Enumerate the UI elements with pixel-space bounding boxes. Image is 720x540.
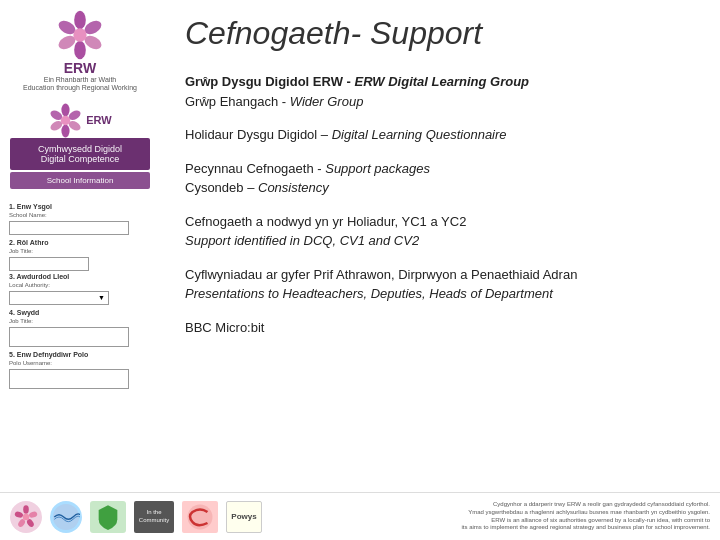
footer-text: Cydgynhor a ddarperir trwy ERW a reolir … xyxy=(270,501,710,532)
svg-point-10 xyxy=(62,124,70,137)
footer: In theCommunity Powys Cydgynhor a ddarpe… xyxy=(0,492,720,540)
form-field-3-sublabel: Local Authority: xyxy=(9,282,151,288)
footer-logo-2-icon xyxy=(52,503,80,531)
content-line-6-1: BBC Micro:bit xyxy=(185,318,695,338)
footer-logo-2 xyxy=(50,501,82,533)
footer-logo-1 xyxy=(10,501,42,533)
content-block-2: Holidaur Dysgu Digidol – Digital Learnin… xyxy=(185,125,695,145)
svg-point-13 xyxy=(61,116,70,125)
svg-point-0 xyxy=(74,11,86,29)
footer-logo-1-icon xyxy=(12,503,40,531)
svg-point-19 xyxy=(23,513,30,520)
content-block-5: Cyflwyniadau ar gyfer Prif Athrawon, Dir… xyxy=(185,265,695,304)
form-field-5-sublabel: Polo Username: xyxy=(9,360,151,366)
form-field-1-sublabel: School Name: xyxy=(9,212,151,218)
content-line-3-1: Pecynnau Cefnogaeth - Support packages xyxy=(185,159,695,179)
form-field-4-label: 4. Swydd xyxy=(9,309,151,316)
form-field-3: 3. Awdurdod Lleol Local Authority: ▼ xyxy=(9,273,151,305)
page-title-italic: Support xyxy=(370,15,482,51)
footer-logo-5 xyxy=(182,501,218,533)
form-field-2-label: 2. Rôl Athro xyxy=(9,239,151,246)
content-block-6: BBC Micro:bit xyxy=(185,318,695,338)
erw-flower-small-icon xyxy=(48,103,83,138)
form-field-1-label: 1. Enw Ysgol xyxy=(9,203,151,210)
sidebar: ERW Ein Rhanbarth ar Waith Education thr… xyxy=(0,0,160,540)
content-line-4-2: Support identified in DCQ, CV1 and CV2 xyxy=(185,231,695,251)
job-title-2-input[interactable] xyxy=(9,327,129,347)
erw-logo-small: ERW xyxy=(48,103,111,138)
svg-point-18 xyxy=(14,510,24,518)
svg-point-6 xyxy=(73,28,86,41)
svg-point-15 xyxy=(28,510,38,518)
content-line-5-1: Cyflwyniadau ar gyfer Prif Athrawon, Dir… xyxy=(185,265,695,285)
form-field-4: 4. Swydd Job Title: xyxy=(9,309,151,347)
footer-text-line3: ERW is an alliance of six authorities go… xyxy=(270,517,710,525)
menu-item-school-info[interactable]: School Information xyxy=(10,172,150,189)
content-line-3-2: Cysondeb – Consistency xyxy=(185,178,695,198)
content-block-1: Grŵp Dysgu Digidol ERW - ERW Digital Lea… xyxy=(185,72,695,111)
form-field-5: 5. Enw Defnyddiwr Polo Polo Username: xyxy=(9,351,151,389)
menu-item-digital-competence[interactable]: Cymhwysedd Digidol Digital Competence xyxy=(10,138,150,170)
local-authority-select[interactable]: ▼ xyxy=(9,291,109,305)
job-title-input[interactable] xyxy=(9,257,89,271)
content-line-1-1: Grŵp Dysgu Digidol ERW - ERW Digital Lea… xyxy=(185,72,695,92)
footer-logo-4: In theCommunity xyxy=(134,501,174,533)
erw-text-small: ERW xyxy=(86,114,111,126)
content-line-5-2: Presentations to Headteachers, Deputies,… xyxy=(185,284,695,304)
form-section: 1. Enw Ysgol School Name: 2. Rôl Athro J… xyxy=(5,199,155,397)
school-name-input[interactable] xyxy=(9,221,129,235)
footer-logo-3-icon xyxy=(94,503,122,531)
erw-flower-icon xyxy=(55,10,105,60)
erw-logo-subtitle: Ein Rhanbarth ar Waith Education through… xyxy=(23,76,137,93)
footer-text-line2: Ymad ysgwrthebdau a rhaglenni achlysurli… xyxy=(270,509,710,517)
page-title: Cefnogaeth- Support xyxy=(185,15,695,52)
content-line-1-2: Grŵp Ehangach - Wider Group xyxy=(185,92,695,112)
powys-text: Powys xyxy=(231,512,256,521)
form-field-4-sublabel: Job Title: xyxy=(9,318,151,324)
svg-point-7 xyxy=(62,103,70,116)
erw-logo-text: ERW xyxy=(64,60,96,76)
content-block-3: Pecynnau Cefnogaeth - Support packages C… xyxy=(185,159,695,198)
page-title-normal: Cefnogaeth- xyxy=(185,15,370,51)
main-content: Cefnogaeth- Support Grŵp Dysgu Digidol E… xyxy=(160,0,720,500)
footer-logo-5-icon xyxy=(185,502,215,532)
form-field-2: 2. Rôl Athro Job Title: xyxy=(9,239,151,271)
footer-logo-3 xyxy=(90,501,126,533)
content-block-4: Cefnogaeth a nodwyd yn yr Holiadur, YC1 … xyxy=(185,212,695,251)
svg-point-14 xyxy=(23,505,29,513)
footer-logo-powys: Powys xyxy=(226,501,262,533)
erw-logo-top: ERW Ein Rhanbarth ar Waith Education thr… xyxy=(23,10,137,93)
footer-text-line1: Cydgynhor a ddarperir trwy ERW a reolir … xyxy=(270,501,710,509)
content-line-2-1: Holidaur Dysgu Digidol – Digital Learnin… xyxy=(185,125,695,145)
form-field-3-label: 3. Awdurdod Lleol xyxy=(9,273,151,280)
footer-text-line4: its aims to implement the agreed regiona… xyxy=(270,524,710,532)
form-field-5-label: 5. Enw Defnyddiwr Polo xyxy=(9,351,151,358)
form-field-2-sublabel: Job Title: xyxy=(9,248,151,254)
svg-point-3 xyxy=(74,41,86,59)
form-field-1: 1. Enw Ysgol School Name: xyxy=(9,203,151,235)
footer-logo-4-text: In theCommunity xyxy=(139,509,169,523)
content-line-4-1: Cefnogaeth a nodwyd yn yr Holiadur, YC1 … xyxy=(185,212,695,232)
polo-username-input[interactable] xyxy=(9,369,129,389)
